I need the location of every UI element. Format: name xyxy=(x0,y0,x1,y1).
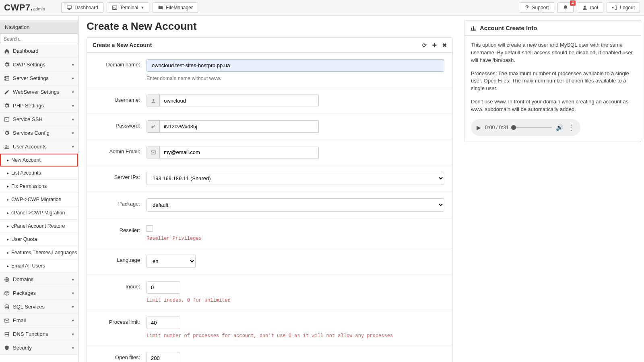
sidebar-sub-fix-permissions[interactable]: ▸Fix Permissions xyxy=(0,180,78,193)
chart-icon xyxy=(470,25,477,31)
panel-header: Create a New Account ⟳ ✚ ✖ xyxy=(87,38,452,53)
sidebar-sub-new-account[interactable]: ▸New Account xyxy=(0,154,78,167)
chevron-down-icon: ▾ xyxy=(72,63,74,67)
play-icon[interactable]: ▶ xyxy=(477,123,481,132)
users-icon xyxy=(4,144,10,150)
sidebar-item-user-accounts[interactable]: User Accounts▾ xyxy=(0,140,78,154)
dns-icon xyxy=(4,331,10,337)
sidebar-sub-cwp-cwp-migration[interactable]: ▸CWP->CWP Migration xyxy=(0,193,78,206)
bell-button[interactable]: 4 xyxy=(557,2,574,13)
svg-point-6 xyxy=(6,79,6,80)
package-select[interactable]: default xyxy=(147,198,444,212)
plus-icon[interactable]: ✚ xyxy=(432,42,437,48)
proclimit-help: Limit number of processes for account, d… xyxy=(147,333,444,339)
chevron-down-icon: ▾ xyxy=(72,104,74,108)
domain-help: Enter domain name without www. xyxy=(147,76,444,81)
audio-track[interactable] xyxy=(513,127,552,128)
proclimit-label: Process limit: xyxy=(95,317,147,325)
chevron-down-icon: ▾ xyxy=(72,332,74,336)
servers-icon xyxy=(4,76,10,81)
sidebar-sub-cpanel-account-restore[interactable]: ▸cPanel Account Restore xyxy=(0,220,78,233)
notification-badge: 4 xyxy=(570,0,576,6)
info-header: Account Create Info xyxy=(464,21,641,36)
inode-label: Inode: xyxy=(95,281,147,290)
info-p2: Processes: The maximum number of process… xyxy=(471,70,634,93)
svg-rect-7 xyxy=(5,117,9,121)
reseller-help: Reseller Privileges xyxy=(147,236,444,241)
svg-rect-21 xyxy=(471,30,476,30)
sidebar-item-webserver-settings[interactable]: WebServer Settings▾ xyxy=(0,85,78,99)
caret-right-icon: ▸ xyxy=(7,224,9,228)
caret-right-icon: ▸ xyxy=(7,171,9,175)
logout-icon xyxy=(612,5,617,10)
sidebar-item-domains[interactable]: Domains▾ xyxy=(0,273,78,286)
language-select[interactable]: en xyxy=(147,255,196,268)
sidebar: Navigation DashboardCWP Settings▾Server … xyxy=(0,16,78,362)
page-title: Create a New Account xyxy=(87,20,453,33)
sidebar-sub-features-themes-languages[interactable]: ▸Features,Themes,Languages xyxy=(0,246,78,259)
audio-more-icon[interactable]: ⋮ xyxy=(568,122,575,133)
filemanager-button[interactable]: FileManager xyxy=(153,2,198,13)
sidebar-item-security[interactable]: Security▾ xyxy=(0,341,78,355)
box-icon xyxy=(4,290,10,296)
svg-rect-13 xyxy=(5,332,8,334)
reseller-checkbox[interactable] xyxy=(147,225,153,232)
password-label: Password: xyxy=(95,120,147,129)
svg-rect-0 xyxy=(67,6,72,8)
sidebar-item-sql-services[interactable]: SQL Services▾ xyxy=(0,300,78,314)
sidebar-sub-cpanel-cwp-migration[interactable]: ▸cPanel->CWP Migration xyxy=(0,206,78,220)
reload-icon[interactable]: ⟳ xyxy=(422,42,427,48)
username-label: Username: xyxy=(95,95,147,103)
search-input[interactable] xyxy=(0,34,78,44)
logout-button[interactable]: Logout xyxy=(607,2,640,13)
gear-icon xyxy=(4,130,10,136)
sidebar-item-service-ssh[interactable]: Service SSH▾ xyxy=(0,113,78,126)
domain-label: Domain name: xyxy=(95,59,147,68)
sidebar-item-packages[interactable]: Packages▾ xyxy=(0,286,78,300)
sidebar-item-server-settings[interactable]: Server Settings▾ xyxy=(0,72,78,85)
email-label: Admin Email: xyxy=(95,146,147,154)
sidebar-item-dashboard[interactable]: Dashboard xyxy=(0,44,78,58)
info-p1: This option will create a new user and M… xyxy=(471,41,634,64)
openfiles-input[interactable] xyxy=(147,352,180,362)
sidebar-sub-user-quota[interactable]: ▸User Quota xyxy=(0,233,78,246)
create-account-panel: Create a New Account ⟳ ✚ ✖ Domain name: … xyxy=(87,37,453,362)
svg-rect-20 xyxy=(475,29,475,30)
proclimit-input[interactable] xyxy=(147,317,180,329)
volume-icon[interactable]: 🔊 xyxy=(556,123,564,132)
monitor-icon xyxy=(66,5,72,10)
caret-right-icon: ▸ xyxy=(7,185,9,188)
domain-input[interactable] xyxy=(147,59,444,72)
sidebar-sub-list-accounts[interactable]: ▸List Accounts xyxy=(0,167,78,180)
audio-player[interactable]: ▶ 0:00 / 0:31 🔊 ⋮ xyxy=(471,119,580,136)
password-input[interactable] xyxy=(160,121,318,132)
username-input[interactable] xyxy=(160,95,318,107)
sidebar-item-cwp-settings[interactable]: CWP Settings▾ xyxy=(0,58,78,72)
svg-rect-14 xyxy=(5,334,8,336)
support-button[interactable]: Support xyxy=(519,2,554,13)
sidebar-item-services-config[interactable]: Services Config▾ xyxy=(0,126,78,140)
email-input[interactable] xyxy=(160,146,318,158)
chevron-down-icon: ▾ xyxy=(72,346,74,350)
sidebar-item-dns-functions[interactable]: DNS Functions▾ xyxy=(0,327,78,341)
serverip-select[interactable]: 193.169.189.11 (Shared) xyxy=(147,172,444,185)
chevron-down-icon: ▾ xyxy=(72,278,74,282)
package-label: Package: xyxy=(95,198,147,207)
inode-input[interactable] xyxy=(147,281,180,294)
home-icon xyxy=(4,48,10,54)
mail-icon xyxy=(4,318,10,323)
inode-help: Limit inodes, 0 for unlimited xyxy=(147,298,444,303)
caret-right-icon: ▸ xyxy=(7,251,9,255)
dashboard-button[interactable]: Dashboard xyxy=(61,2,103,13)
svg-point-5 xyxy=(6,77,6,77)
sidebar-item-email[interactable]: Email▾ xyxy=(0,314,78,327)
caret-right-icon: ▸ xyxy=(7,158,9,162)
db-icon xyxy=(4,304,10,310)
svg-rect-1 xyxy=(113,6,117,9)
terminal-button[interactable]: Terminal▼ xyxy=(107,2,149,13)
close-icon[interactable]: ✖ xyxy=(442,42,447,48)
sidebar-item-php-settings[interactable]: PHP Settings▾ xyxy=(0,99,78,113)
sidebar-sub-email-all-users[interactable]: ▸Email All Users xyxy=(0,259,78,273)
root-button[interactable]: root xyxy=(577,2,604,13)
chevron-down-icon: ▾ xyxy=(72,90,74,94)
